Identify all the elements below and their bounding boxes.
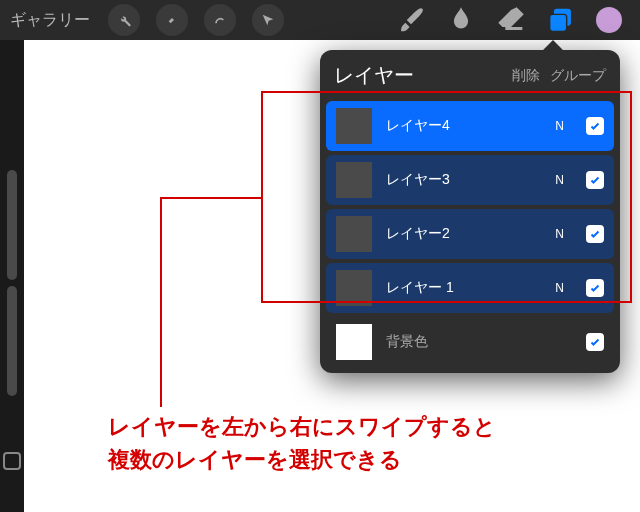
svg-rect-1 — [550, 14, 567, 31]
layer-thumbnail — [336, 108, 372, 144]
brush-size-slider[interactable] — [7, 170, 17, 280]
layer-thumbnail — [336, 216, 372, 252]
layer-row[interactable]: レイヤー4N — [326, 101, 614, 151]
layers-panel: レイヤー 削除 グループ レイヤー4Nレイヤー3Nレイヤー2Nレイヤー 1N 背… — [320, 50, 620, 373]
wand-icon[interactable] — [156, 4, 188, 36]
visibility-checkbox[interactable] — [586, 225, 604, 243]
eraser-icon[interactable] — [494, 3, 528, 37]
background-layer-row[interactable]: 背景色 — [326, 317, 614, 367]
move-icon[interactable] — [252, 4, 284, 36]
blend-mode-label[interactable]: N — [555, 173, 564, 187]
layer-row[interactable]: レイヤー 1N — [326, 263, 614, 313]
visibility-checkbox[interactable] — [586, 279, 604, 297]
layers-panel-title: レイヤー — [334, 62, 502, 89]
background-label: 背景色 — [386, 333, 572, 351]
group-button[interactable]: グループ — [550, 67, 606, 85]
color-swatch[interactable] — [596, 7, 622, 33]
layer-row[interactable]: レイヤー2N — [326, 209, 614, 259]
layer-name: レイヤー2 — [386, 225, 541, 243]
blend-mode-label[interactable]: N — [555, 227, 564, 241]
blend-mode-label[interactable]: N — [555, 281, 564, 295]
opacity-slider[interactable] — [7, 286, 17, 396]
layers-icon[interactable] — [544, 3, 578, 37]
side-sliders — [0, 170, 24, 470]
layer-name: レイヤー 1 — [386, 279, 541, 297]
layer-thumbnail — [336, 162, 372, 198]
layer-name: レイヤー3 — [386, 171, 541, 189]
background-thumbnail — [336, 324, 372, 360]
top-toolbar: ギャラリー — [0, 0, 640, 40]
layer-name: レイヤー4 — [386, 117, 541, 135]
visibility-checkbox[interactable] — [586, 333, 604, 351]
smudge-icon[interactable] — [444, 3, 478, 37]
selection-icon[interactable] — [204, 4, 236, 36]
layer-thumbnail — [336, 270, 372, 306]
layers-panel-header: レイヤー 削除 グループ — [320, 50, 620, 101]
delete-button[interactable]: 削除 — [512, 67, 540, 85]
layer-row[interactable]: レイヤー3N — [326, 155, 614, 205]
blend-mode-label[interactable]: N — [555, 119, 564, 133]
modify-button[interactable] — [3, 452, 21, 470]
wrench-icon[interactable] — [108, 4, 140, 36]
brush-icon[interactable] — [394, 3, 428, 37]
visibility-checkbox[interactable] — [586, 171, 604, 189]
visibility-checkbox[interactable] — [586, 117, 604, 135]
annotation-text: レイヤーを左から右にスワイプすると 複数のレイヤーを選択できる — [108, 410, 496, 476]
gallery-button[interactable]: ギャラリー — [10, 10, 90, 31]
